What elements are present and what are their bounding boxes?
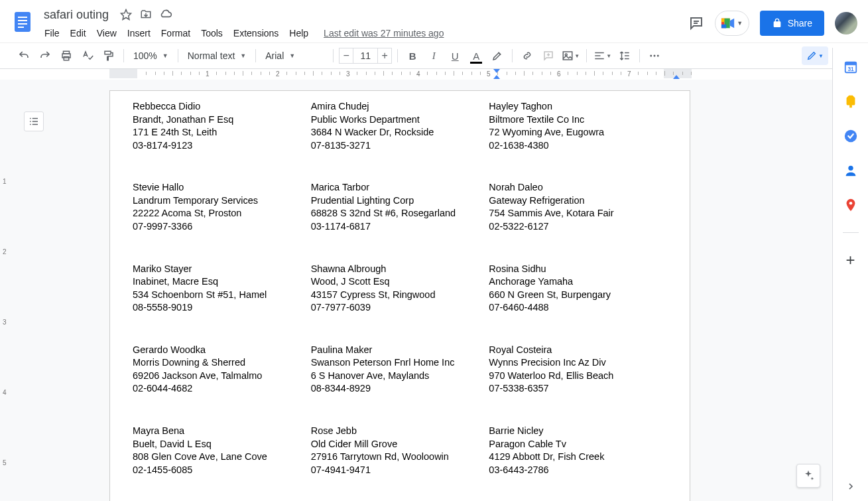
label-cell[interactable]: Royal CosteiraWynns Precision Inc Az Div… [489,344,667,395]
paragraph-style-dropdown[interactable]: Normal text▼ [184,46,251,65]
label-cell[interactable]: Hayley TaghonBiltmore Textile Co Inc72 W… [489,100,667,152]
label-org: Swanson Peterson Fnrl Home Inc [311,356,489,370]
label-name: Rose Jebb [311,425,489,438]
maps-icon[interactable] [843,198,858,212]
undo-icon[interactable] [15,46,33,65]
document-title[interactable]: safari outing [40,7,113,23]
add-comment-icon[interactable] [539,46,558,65]
docs-logo[interactable] [9,8,36,35]
horizontal-ruler[interactable]: 1234567 [0,69,868,80]
font-size-increase[interactable]: + [377,48,392,64]
menu-format[interactable]: Format [156,25,195,41]
label-addr: 754 Sammis Ave, Kotara Fair [489,207,667,220]
account-avatar[interactable] [835,12,857,35]
insert-link-icon[interactable] [518,46,536,65]
text-color-icon[interactable]: A [467,46,485,65]
document-outline-icon[interactable] [24,111,44,131]
redo-icon[interactable] [36,46,54,65]
spellcheck-icon[interactable] [78,46,97,65]
svg-rect-16 [105,51,111,54]
label-addr: 72 Wyoming Ave, Eugowra [489,126,667,139]
label-cell[interactable]: Shawna AlbroughWood, J Scott Esq43157 Cy… [311,263,489,315]
document-page[interactable]: Rebbecca DidioBrandt, Jonathan F Esq171 … [109,90,690,501]
label-addr: 808 Glen Cove Ave, Lane Cove [133,451,311,464]
label-phone: 02-1638-4380 [489,139,667,153]
menu-view[interactable]: View [92,25,121,41]
label-cell[interactable]: Rose JebbOld Cider Mill Grove27916 Tarry… [311,425,489,476]
more-icon[interactable] [645,46,664,65]
cloud-status-icon[interactable] [159,8,172,21]
zoom-dropdown[interactable]: 100%▼ [129,46,172,65]
label-name: Mariko Stayer [133,263,311,276]
svg-marker-11 [730,19,734,29]
underline-icon[interactable]: U [446,46,464,65]
meet-button[interactable]: ▼ [715,11,749,36]
print-icon[interactable] [57,46,76,65]
label-cell[interactable]: Barrie NicleyParagon Cable Tv4129 Abbott… [489,425,667,476]
label-cell[interactable]: Norah DaleoGateway Refrigeration754 Samm… [489,181,667,233]
label-org: Prudential Lighting Corp [311,194,489,208]
last-edit-link[interactable]: Last edit was 27 minutes ago [324,28,444,38]
star-icon[interactable] [119,8,133,21]
label-name: Shawna Albrough [311,263,489,276]
menu-insert[interactable]: Insert [123,25,155,41]
menu-file[interactable]: File [40,25,64,41]
svg-point-41 [849,202,852,205]
toolbar: 100%▼ Normal text▼ Arial▼ − 11 + B I U A… [0,42,868,69]
label-org: Biltmore Textile Co Inc [489,113,667,127]
label-cell[interactable]: Stevie HalloLandrum Temporary Services22… [133,181,311,233]
label-cell[interactable]: Amira ChudejPublic Works Department3684 … [311,100,489,152]
svg-rect-19 [563,52,572,60]
menu-extensions[interactable]: Extensions [229,25,283,41]
label-cell[interactable]: Marica TarborPrudential Lighting Corp688… [311,181,489,233]
paint-format-icon[interactable] [99,46,118,65]
add-addon-icon[interactable]: + [843,253,858,267]
label-phone: 07-9997-3366 [133,220,311,234]
font-size-control: − 11 + [339,48,392,64]
keep-icon[interactable] [843,94,858,109]
move-icon[interactable] [139,8,153,21]
menu-edit[interactable]: Edit [66,25,91,41]
share-button[interactable]: Share [760,11,824,36]
label-cell[interactable]: Mariko StayerInabinet, Macre Esq534 Scho… [133,263,311,315]
tasks-icon[interactable] [843,129,858,143]
label-name: Norah Daleo [489,181,667,194]
label-addr: 970 Waterloo Rd, Ellis Beach [489,370,667,383]
align-icon[interactable]: ▼ [592,46,613,65]
label-cell[interactable]: Rosina SidhuAnchorage Yamaha660 N Green … [489,263,667,315]
label-row: Stevie HalloLandrum Temporary Services22… [133,181,667,233]
label-cell[interactable]: Mayra BenaBuelt, David L Esq808 Glen Cov… [133,425,311,476]
label-cell[interactable]: Gerardo WoodkaMorris Downing & Sherred69… [133,344,311,395]
collapse-sidepanel-icon[interactable] [845,481,856,492]
svg-marker-5 [121,10,131,20]
label-row: Gerardo WoodkaMorris Downing & Sherred69… [133,344,667,395]
explore-button[interactable] [796,464,820,488]
label-name: Hayley Taghon [489,100,667,113]
contacts-icon[interactable] [843,163,858,178]
label-addr: 43157 Cypress St, Ringwood [311,289,489,302]
label-cell[interactable]: Rebbecca DidioBrandt, Jonathan F Esq171 … [133,100,311,152]
label-row: Mayra BenaBuelt, David L Esq808 Glen Cov… [133,425,667,476]
label-phone: 07-6460-4488 [489,301,667,315]
font-dropdown[interactable]: Arial▼ [261,46,328,65]
label-row: Mariko StayerInabinet, Macre Esq534 Scho… [133,263,667,315]
italic-icon[interactable]: I [424,46,443,65]
menu-tools[interactable]: Tools [196,25,227,41]
document-canvas: 1 2 3 4 5 Rebbecca DidioBrandt, Jonathan… [0,80,832,501]
font-size-value[interactable]: 11 [353,48,377,64]
calendar-icon[interactable]: 31 [843,60,858,74]
vertical-ruler[interactable]: 1 2 3 4 5 [0,80,13,501]
label-cell[interactable]: Paulina MakerSwanson Peterson Fnrl Home … [311,344,489,395]
label-addr: 22222 Acoma St, Proston [133,207,311,220]
bold-icon[interactable]: B [403,46,422,65]
label-phone: 08-5558-9019 [133,301,311,315]
comment-history-icon[interactable] [688,15,704,31]
label-phone: 02-6044-4682 [133,382,311,395]
highlight-icon[interactable] [488,46,507,65]
svg-point-27 [650,55,652,57]
font-size-decrease[interactable]: − [339,48,353,64]
insert-image-icon[interactable]: ▼ [560,46,581,65]
line-spacing-icon[interactable] [615,46,634,65]
menu-help[interactable]: Help [284,25,313,41]
editing-mode-button[interactable]: ▼ [802,46,828,65]
